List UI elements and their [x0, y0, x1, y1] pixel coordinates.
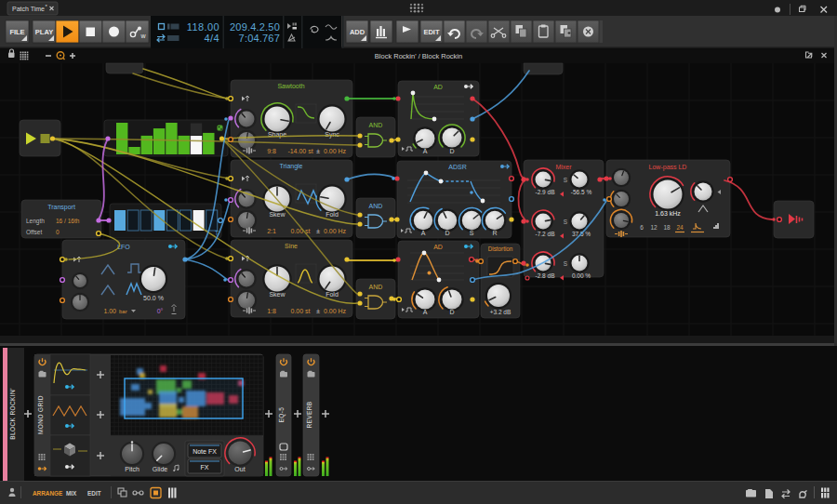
svg-text:FILE: FILE: [9, 28, 24, 36]
svg-text:REVERB: REVERB: [306, 401, 312, 428]
svg-text:D: D: [449, 309, 454, 315]
svg-text:PLAY: PLAY: [35, 28, 53, 36]
svg-text:6: 6: [640, 224, 644, 231]
svg-text:24: 24: [676, 224, 684, 231]
svg-text:4/4: 4/4: [205, 33, 220, 44]
svg-text:Fold: Fold: [326, 211, 339, 218]
svg-text:Fold: Fold: [326, 291, 339, 298]
svg-text:MONO GRID: MONO GRID: [37, 395, 44, 434]
svg-text:Glide: Glide: [153, 466, 167, 472]
svg-text:±: ±: [316, 307, 320, 315]
svg-text:Sawtooth: Sawtooth: [277, 83, 304, 89]
svg-text:-14.00 st: -14.00 st: [287, 148, 312, 154]
svg-text:0.00 st: 0.00 st: [290, 308, 310, 314]
svg-text:Patch Time: Patch Time: [12, 6, 45, 12]
svg-text:Out: Out: [234, 466, 245, 472]
svg-text:18: 18: [663, 224, 671, 231]
svg-text:-2.8 dB: -2.8 dB: [536, 272, 555, 279]
svg-text:50.0 %: 50.0 %: [143, 295, 164, 301]
svg-text:AND: AND: [369, 122, 383, 128]
svg-text:12: 12: [650, 224, 658, 231]
svg-text:AND: AND: [369, 203, 383, 209]
svg-text:1:8: 1:8: [267, 308, 276, 314]
svg-text:+3.2 dB: +3.2 dB: [490, 309, 512, 315]
svg-text:±: ±: [316, 147, 320, 155]
svg-text:-2.9 dB: -2.9 dB: [536, 189, 555, 195]
svg-text:2:1: 2:1: [267, 228, 276, 234]
svg-text:ADD: ADD: [350, 28, 365, 36]
svg-text:BLOCK ROCKIN': BLOCK ROCKIN': [9, 388, 16, 440]
svg-text:D: D: [449, 148, 454, 154]
svg-text:FX: FX: [201, 464, 209, 471]
svg-text:EDIT: EDIT: [423, 28, 440, 36]
svg-text:Skew: Skew: [269, 211, 286, 218]
svg-text:Sine: Sine: [285, 243, 298, 249]
svg-text:MIX: MIX: [66, 490, 77, 497]
svg-text:0.00 Hz: 0.00 Hz: [324, 308, 347, 314]
svg-text:Shape: Shape: [268, 131, 286, 139]
svg-text:A: A: [421, 230, 426, 236]
svg-text:0.00 Hz: 0.00 Hz: [324, 228, 347, 234]
svg-text:A: A: [423, 309, 428, 315]
svg-text:w: w: [140, 33, 146, 39]
svg-text:Length: Length: [26, 218, 45, 225]
svg-text:AD: AD: [433, 244, 443, 250]
svg-text:R: R: [492, 230, 497, 236]
svg-text:209.4.2.50: 209.4.2.50: [230, 21, 280, 33]
svg-text:S: S: [564, 177, 568, 183]
svg-text:118.00: 118.00: [187, 21, 219, 33]
svg-text:S: S: [564, 260, 568, 267]
svg-text:0: 0: [56, 229, 60, 235]
svg-text:9:8: 9:8: [267, 148, 276, 154]
svg-text:A: A: [423, 148, 428, 154]
svg-text:bar: bar: [119, 309, 127, 314]
svg-text:Skew: Skew: [269, 291, 286, 298]
svg-text:AD: AD: [433, 84, 443, 90]
svg-text:Pitch: Pitch: [125, 466, 140, 472]
svg-text:Block Rockin' / Block Rockin: Block Rockin' / Block Rockin: [375, 52, 462, 60]
svg-text:Mixer: Mixer: [555, 164, 572, 170]
svg-text:16 / 16th: 16 / 16th: [56, 218, 80, 224]
svg-text:AND: AND: [369, 284, 383, 290]
svg-text:0.00 Hz: 0.00 Hz: [324, 148, 347, 154]
svg-text:Low-pass LD: Low-pass LD: [649, 164, 687, 171]
svg-text:Transport: Transport: [47, 204, 75, 211]
svg-text:1.63 kHz: 1.63 kHz: [655, 210, 681, 217]
svg-text:Distortion: Distortion: [488, 245, 513, 252]
svg-text:Note FX: Note FX: [193, 448, 217, 455]
svg-text:0.00 %: 0.00 %: [572, 272, 591, 279]
svg-text:Offset: Offset: [26, 229, 42, 235]
svg-text:1.00: 1.00: [103, 308, 116, 314]
svg-text:S: S: [564, 219, 568, 225]
svg-text:D: D: [445, 230, 449, 236]
svg-text:±: ±: [316, 227, 320, 235]
svg-text:ARRANGE: ARRANGE: [33, 490, 63, 497]
svg-text:S: S: [470, 230, 474, 236]
svg-text:EQ-5: EQ-5: [278, 407, 286, 423]
svg-text:Triangle: Triangle: [279, 163, 302, 170]
svg-text:-56.5 %: -56.5 %: [571, 189, 592, 195]
svg-text:0.00 st: 0.00 st: [290, 228, 310, 234]
svg-text:7:04.767: 7:04.767: [239, 33, 280, 44]
svg-text:EDIT: EDIT: [87, 490, 101, 497]
svg-text:-7.2 dB: -7.2 dB: [536, 231, 555, 237]
svg-text:ADSR: ADSR: [448, 164, 466, 170]
svg-text:0°: 0°: [157, 308, 164, 314]
